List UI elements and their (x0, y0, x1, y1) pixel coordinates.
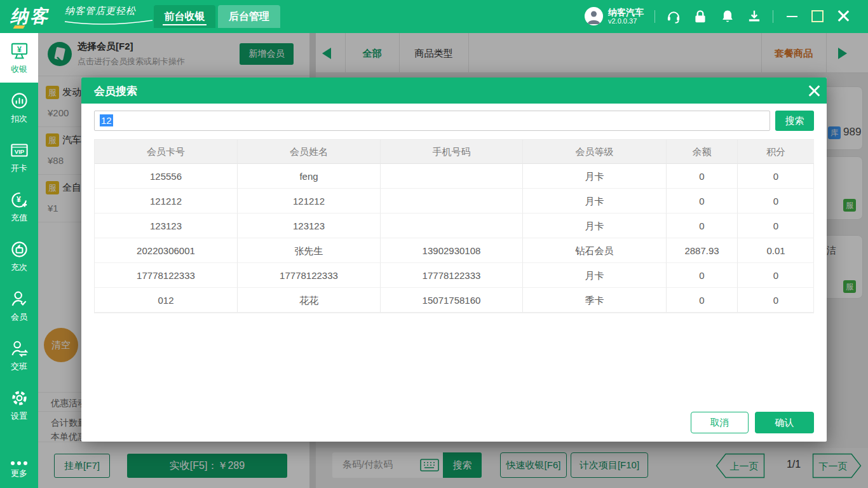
member-icon (10, 289, 29, 309)
cell-phone (381, 164, 523, 189)
cell-level: 月卡 (523, 214, 667, 238)
cell-balance: 0 (667, 164, 738, 189)
modal-header: 会员搜索 (81, 78, 827, 104)
cancel-button[interactable]: 取消 (691, 412, 749, 433)
cell-level: 月卡 (523, 189, 667, 214)
table-row[interactable]: 012 花花 15071758160 季卡 0 0 (95, 288, 813, 313)
cell-balance: 0 (667, 214, 738, 238)
cell-points: 0 (738, 164, 814, 189)
cell-level: 钻石会员 (523, 238, 667, 263)
cell-level: 季卡 (523, 288, 667, 313)
logo-accent (13, 25, 25, 29)
close-icon[interactable] (837, 10, 850, 22)
avatar (585, 7, 603, 25)
svg-text:¥: ¥ (17, 44, 22, 53)
store-name: 纳客汽车 (608, 7, 644, 17)
member-table: 会员卡号 会员姓名 手机号码 会员等级 余额 积分 125556 feng 月卡… (94, 139, 814, 313)
member-table-header: 会员卡号 会员姓名 手机号码 会员等级 余额 积分 (95, 140, 813, 164)
cell-points: 0 (738, 288, 814, 313)
sidebar-item-more[interactable]: 更多 (0, 447, 38, 488)
sidebar-item-shift-change[interactable]: 交班 (0, 330, 38, 380)
member-search-modal: 会员搜索 12 搜索 会员卡号 会员姓名 手机号码 会员等级 余额 积分 125… (81, 78, 827, 442)
lock-icon[interactable] (692, 8, 709, 25)
sidebar-item-label: 更多 (11, 468, 27, 479)
member-search-input[interactable]: 12 (94, 111, 770, 131)
cell-balance: 2887.93 (667, 238, 738, 263)
minimize-icon[interactable] (787, 16, 797, 17)
svg-text:VIP: VIP (14, 148, 24, 155)
cell-card-no: 125556 (95, 164, 238, 189)
app-window: 纳客 纳客管店更轻松 前台收银 后台管理 纳客汽车 v2.0.0.37 (0, 0, 868, 488)
cell-balance: 0 (667, 288, 738, 313)
sidebar-item-label: 设置 (11, 410, 27, 422)
sidebar-item-members[interactable]: 会员 (0, 281, 38, 330)
cell-phone: 13902930108 (381, 238, 523, 263)
recharge-count-icon (10, 240, 29, 259)
sidebar-item-recharge-count[interactable]: 充次 (0, 231, 38, 281)
sidebar-item-recharge[interactable]: ¥ 充值 (0, 182, 38, 231)
cell-name: 121212 (238, 189, 381, 214)
cell-points: 0 (738, 263, 814, 288)
cell-phone: 17778122333 (381, 263, 523, 288)
cell-phone (381, 214, 523, 238)
bell-icon[interactable] (719, 8, 736, 25)
search-input-selected-text: 12 (100, 114, 113, 126)
slogan-swoosh-icon (64, 19, 154, 27)
cell-balance: 0 (667, 263, 738, 288)
svg-text:¥: ¥ (17, 195, 21, 204)
store-account[interactable]: 纳客汽车 v2.0.0.37 (585, 7, 644, 25)
cash-register-icon: ¥ (10, 41, 29, 61)
member-search-button[interactable]: 搜索 (775, 111, 814, 131)
cell-card-no: 123123 (95, 214, 238, 238)
cell-level: 月卡 (523, 263, 667, 288)
active-tab-underline (163, 24, 207, 25)
slogan: 纳客管店更轻松 (65, 5, 154, 17)
column-header: 余额 (667, 140, 738, 164)
support-icon[interactable] (665, 8, 682, 25)
tab-front-cashier[interactable]: 前台收银 (154, 5, 215, 28)
cell-level: 月卡 (523, 164, 667, 189)
tab-back-office-label: 后台管理 (229, 11, 269, 22)
sidebar-item-open-card[interactable]: VIP 开卡 (0, 132, 38, 182)
sidebar-item-label: 开卡 (11, 163, 27, 174)
cell-balance: 0 (667, 189, 738, 214)
topbar-divider (773, 10, 773, 23)
confirm-button[interactable]: 确认 (755, 412, 814, 433)
cell-phone: 15071758160 (381, 288, 523, 313)
table-row[interactable]: 17778122333 17778122333 17778122333 月卡 0… (95, 263, 813, 288)
column-header: 会员卡号 (95, 140, 238, 164)
app-version: v2.0.0.37 (608, 17, 644, 25)
sidebar-item-deduct-count[interactable]: 扣次 (0, 83, 38, 132)
cell-points: 0 (738, 214, 814, 238)
more-icon (11, 461, 27, 465)
recharge-icon: ¥ (10, 190, 29, 210)
table-row[interactable]: 121212 121212 月卡 0 0 (95, 189, 813, 214)
cell-phone (381, 189, 523, 214)
sidebar-item-label: 充值 (11, 212, 27, 224)
column-header: 会员等级 (523, 140, 667, 164)
vip-card-icon: VIP (10, 140, 29, 160)
cell-card-no: 121212 (95, 189, 238, 214)
table-row[interactable]: 123123 123123 月卡 0 0 (95, 214, 813, 238)
cell-points: 0 (738, 189, 814, 214)
topbar-divider (654, 10, 655, 23)
sidebar-item-label: 交班 (11, 361, 27, 372)
modal-close-icon[interactable] (807, 84, 821, 98)
maximize-icon[interactable] (811, 10, 824, 22)
cell-name: feng (238, 164, 381, 189)
table-row[interactable]: 125556 feng 月卡 0 0 (95, 164, 813, 189)
topbar: 纳客 纳客管店更轻松 前台收银 后台管理 纳客汽车 v2.0.0.37 (0, 0, 868, 33)
sidebar-item-cashier[interactable]: ¥ 收银 (0, 33, 38, 83)
download-icon[interactable] (746, 8, 763, 25)
cell-name: 花花 (238, 288, 381, 313)
sidebar: ¥ 收银 扣次 VIP 开卡 ¥ 充 (0, 33, 38, 488)
cell-name: 17778122333 (238, 263, 381, 288)
cell-name: 张先生 (238, 238, 381, 263)
cell-points: 0.01 (738, 238, 814, 263)
sidebar-item-label: 扣次 (11, 113, 27, 125)
table-row[interactable]: 20220306001 张先生 13902930108 钻石会员 2887.93… (95, 238, 813, 263)
tab-back-office[interactable]: 后台管理 (218, 5, 280, 28)
column-header: 手机号码 (381, 140, 523, 164)
sidebar-item-settings[interactable]: 设置 (0, 380, 38, 430)
shift-change-icon (10, 339, 29, 358)
